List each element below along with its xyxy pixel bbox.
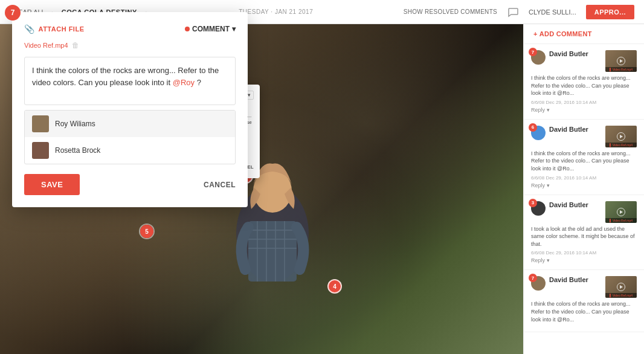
avatar-3: 3 <box>531 201 546 216</box>
reply-3[interactable]: Reply ▾ <box>531 257 637 263</box>
autocomplete-item-1[interactable]: Roy Wiliams <box>25 111 235 137</box>
comment-entry-4: 7 David Butler ▌ Video Ref.mp4 I think t… <box>524 270 644 332</box>
avatar-badge-1: 7 <box>529 48 537 56</box>
attach-icon: 📎 <box>24 24 35 34</box>
comment-dot <box>185 27 190 31</box>
comment-entry-2: 6 David Butler ▌ Video Ref.mp4 I think t… <box>524 120 644 195</box>
delete-file-icon[interactable]: 🗑 <box>72 41 79 50</box>
avatar-2: 6 <box>531 126 546 140</box>
reply-1[interactable]: Reply ▾ <box>531 107 637 113</box>
sidebar: + ADD COMMENT 7 David Butler ▌ Video Ref… <box>523 24 644 354</box>
entry-meta-3: 6/6/08 Dec 29, 2016 10:14 AM <box>531 250 637 256</box>
comment-dropdown-icon: ▾ <box>232 25 236 33</box>
save-button[interactable]: SAVE <box>24 174 80 195</box>
entry-text-3: I took a look at the old ad and used the… <box>531 225 637 248</box>
avatar-1: 7 <box>531 50 546 65</box>
entry-name-4: David Butler <box>549 276 602 283</box>
comment-entry-1: 7 David Butler ▌ Video Ref.mp4 I think t… <box>524 44 644 120</box>
reply-2[interactable]: Reply ▾ <box>531 182 637 188</box>
avatar-badge-4: 7 <box>529 274 537 282</box>
video-bubble-5[interactable]: 5 <box>139 224 155 239</box>
comment-type-button[interactable]: COMMENT ▾ <box>185 25 236 33</box>
entry-meta-2: 6/6/08 Dec 29, 2016 10:14 AM <box>531 175 637 181</box>
file-row: Video Ref.mp4 🗑 <box>24 41 236 50</box>
comment-entry-3: 3 David Butler ▌ Video Ref.mp4 I took a … <box>524 195 644 271</box>
cancel-button[interactable]: CANCEL <box>204 181 236 189</box>
thumb-3[interactable]: ▌ Video Ref.mp4 <box>605 201 637 223</box>
comment-dialog: 📎 ATTACH FILE COMMENT ▾ Video Ref.mp4 🗑 … <box>12 12 248 207</box>
user-name: CLYDE SULLI... <box>529 8 576 16</box>
user-avatar-2 <box>32 142 49 159</box>
show-resolved-button[interactable]: SHOW RESOLVED COMMENTS <box>404 8 497 15</box>
thumb-1[interactable]: ▌ Video Ref.mp4 <box>605 50 637 72</box>
entry-text-4: I think the colors of the rocks are wron… <box>531 300 637 323</box>
entry-name-1: David Butler <box>549 50 602 57</box>
thumb-2[interactable]: ▌ Video Ref.mp4 <box>605 126 637 147</box>
chat-icon[interactable] <box>507 6 519 18</box>
entry-name-2: David Butler <box>549 126 602 133</box>
entry-text-2: I think the colors of the rocks are wron… <box>531 150 637 173</box>
mini-dropdown-icon: ▾ <box>248 92 250 98</box>
avatar-badge-2: 6 <box>529 123 537 132</box>
entry-name-3: David Butler <box>549 201 602 208</box>
autocomplete-item-2[interactable]: Rosetta Brock <box>25 137 235 164</box>
filename-label: Video Ref.mp4 <box>24 42 68 49</box>
entry-text-1: I think the colors of the rocks are wron… <box>531 74 637 97</box>
thumb-4[interactable]: ▌ Video Ref.mp4 <box>605 276 637 298</box>
approve-button[interactable]: APPRO... <box>586 5 634 19</box>
user-avatar-1 <box>32 115 49 132</box>
attach-file-button[interactable]: 📎 ATTACH FILE <box>24 24 84 34</box>
comment-textarea-display: I think the colors of the rocks are wron… <box>24 57 236 105</box>
avatar-4: 7 <box>531 276 546 291</box>
page-badge: 7 <box>5 5 21 21</box>
avatar-badge-3: 3 <box>529 199 537 207</box>
autocomplete-dropdown: Roy Wiliams Rosetta Brock <box>24 110 236 164</box>
top-bar-date: TUESDAY · JAN 21 2017 <box>239 8 313 15</box>
video-bubble-4[interactable]: 4 <box>327 279 342 294</box>
add-comment-button[interactable]: + ADD COMMENT <box>524 24 644 44</box>
entry-meta-1: 6/6/08 Dec 29, 2016 10:14 AM <box>531 100 637 105</box>
